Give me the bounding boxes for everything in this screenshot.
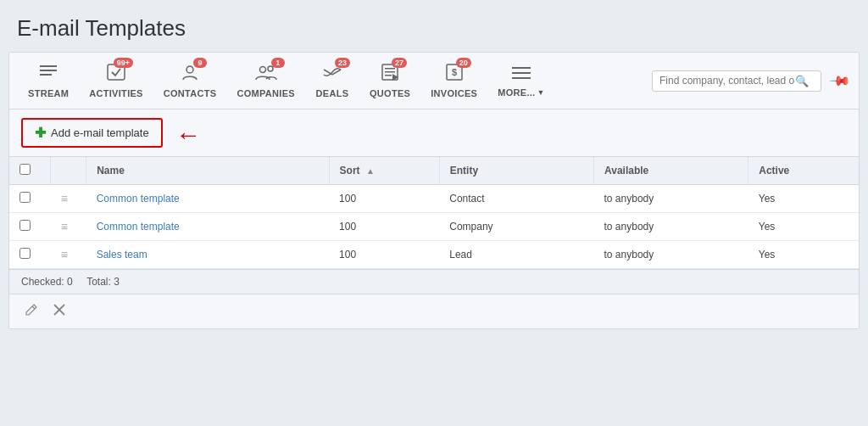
checked-count: Checked: 0 xyxy=(21,276,73,288)
arrow-indicator: ← xyxy=(175,122,201,148)
drag-handle-icon[interactable]: ≡ xyxy=(61,220,68,233)
add-template-button[interactable]: ✚ Add e-mail template xyxy=(21,118,163,148)
row-name-cell: Common template xyxy=(86,213,329,241)
row-sort-cell: 100 xyxy=(329,241,439,269)
row-available-cell: to anybody xyxy=(594,213,748,241)
svg-rect-2 xyxy=(40,74,52,76)
activities-icon: 99+ xyxy=(106,63,126,87)
svg-rect-16 xyxy=(512,77,531,79)
more-icon xyxy=(512,64,531,86)
row-checkbox-cell xyxy=(9,241,51,269)
companies-badge: 1 xyxy=(271,58,285,68)
col-header-sort[interactable]: Sort ▲ xyxy=(329,157,439,185)
companies-icon: 1 xyxy=(254,63,278,87)
activities-label: ACTIVITIES xyxy=(89,88,143,98)
bottom-toolbar xyxy=(9,294,859,328)
drag-handle-icon[interactable]: ≡ xyxy=(61,192,68,205)
more-label: MORE... ▼ xyxy=(498,87,545,98)
svg-rect-15 xyxy=(512,72,531,74)
main-content: STREAM 99+ ACTIVITIES 9 CONTACTS xyxy=(8,52,860,329)
companies-label: COMPANIES xyxy=(236,88,295,98)
svg-text:$: $ xyxy=(452,67,457,77)
svg-point-5 xyxy=(259,67,265,73)
add-plus-icon: ✚ xyxy=(35,125,46,141)
quotes-label: QUOTES xyxy=(370,88,410,98)
deals-badge: 23 xyxy=(335,58,350,68)
search-input[interactable] xyxy=(659,75,795,87)
activities-badge: 99+ xyxy=(114,58,133,68)
row-name-cell: Common template xyxy=(86,185,329,213)
nav-item-companies[interactable]: 1 COMPANIES xyxy=(228,58,303,104)
main-toolbar: STREAM 99+ ACTIVITIES 9 CONTACTS xyxy=(9,53,859,109)
invoices-badge: 20 xyxy=(456,58,471,68)
table-row: ≡ Common template 100 Contact to anybody… xyxy=(9,185,859,213)
nav-item-quotes[interactable]: 27 QUOTES xyxy=(361,58,419,104)
contacts-badge: 9 xyxy=(193,58,207,68)
nav-item-contacts[interactable]: 9 CONTACTS xyxy=(155,58,225,104)
row-checkbox-0[interactable] xyxy=(19,192,31,203)
stream-icon xyxy=(38,63,58,87)
email-templates-table: Name Sort ▲ Entity Available Active xyxy=(9,157,859,269)
table-header-row: Name Sort ▲ Entity Available Active xyxy=(9,157,859,185)
stream-label: STREAM xyxy=(28,88,69,98)
row-checkbox-2[interactable] xyxy=(19,248,31,259)
svg-rect-14 xyxy=(512,67,531,69)
svg-rect-9 xyxy=(385,71,395,73)
row-sort-cell: 100 xyxy=(329,213,439,241)
search-box: 🔍 xyxy=(652,70,821,92)
table-footer: Checked: 0 Total: 3 xyxy=(9,269,859,294)
col-header-entity: Entity xyxy=(439,157,593,185)
row-sort-cell: 100 xyxy=(329,185,439,213)
sort-arrow-icon: ▲ xyxy=(366,166,375,176)
col-header-drag xyxy=(51,157,86,185)
svg-rect-8 xyxy=(385,68,395,70)
nav-item-deals[interactable]: 23 DEALS xyxy=(307,58,358,104)
row-drag-cell: ≡ xyxy=(51,185,86,213)
deals-label: DEALS xyxy=(316,88,349,98)
contacts-icon: 9 xyxy=(180,63,200,87)
nav-item-stream[interactable]: STREAM xyxy=(19,58,77,104)
select-all-checkbox[interactable] xyxy=(19,164,31,175)
table-row: ≡ Sales team 100 Lead to anybody Yes xyxy=(9,241,859,269)
svg-point-4 xyxy=(186,66,193,73)
svg-rect-1 xyxy=(40,70,57,71)
edit-button[interactable] xyxy=(21,301,42,322)
table-row: ≡ Common template 100 Company to anybody… xyxy=(9,213,859,241)
col-header-check xyxy=(9,157,51,185)
template-name-link[interactable]: Common template xyxy=(97,221,180,233)
svg-point-6 xyxy=(268,66,273,71)
row-entity-cell: Lead xyxy=(439,241,593,269)
row-available-cell: to anybody xyxy=(594,241,748,269)
row-drag-cell: ≡ xyxy=(51,213,86,241)
col-header-available: Available xyxy=(594,157,748,185)
col-header-active: Active xyxy=(748,157,859,185)
nav-item-invoices[interactable]: $ 20 INVOICES xyxy=(422,58,486,104)
nav-item-more[interactable]: MORE... ▼ xyxy=(489,59,554,103)
svg-rect-10 xyxy=(385,75,392,76)
row-drag-cell: ≡ xyxy=(51,241,86,269)
page-header: E-mail Templates xyxy=(0,0,868,52)
row-name-cell: Sales team xyxy=(86,241,329,269)
row-entity-cell: Contact xyxy=(439,185,593,213)
template-name-link[interactable]: Common template xyxy=(97,193,180,205)
invoices-icon: $ 20 xyxy=(444,63,465,87)
quotes-badge: 27 xyxy=(392,58,407,68)
nav-item-activities[interactable]: 99+ ACTIVITIES xyxy=(81,58,152,104)
row-active-cell: Yes xyxy=(748,241,859,269)
pin-icon[interactable]: 📌 xyxy=(828,69,852,92)
search-icon: 🔍 xyxy=(795,75,809,87)
page-title: E-mail Templates xyxy=(17,15,851,42)
row-entity-cell: Company xyxy=(439,213,593,241)
row-active-cell: Yes xyxy=(748,213,859,241)
row-available-cell: to anybody xyxy=(594,185,748,213)
row-checkbox-cell xyxy=(9,213,51,241)
row-checkbox-1[interactable] xyxy=(19,220,31,231)
svg-line-17 xyxy=(32,306,35,309)
quotes-icon: 27 xyxy=(380,63,400,87)
template-name-link[interactable]: Sales team xyxy=(97,249,147,261)
delete-button[interactable] xyxy=(50,302,69,321)
more-chevron-icon: ▼ xyxy=(537,88,544,97)
svg-rect-0 xyxy=(40,65,57,67)
drag-handle-icon[interactable]: ≡ xyxy=(61,248,68,261)
deals-icon: 23 xyxy=(321,63,343,87)
